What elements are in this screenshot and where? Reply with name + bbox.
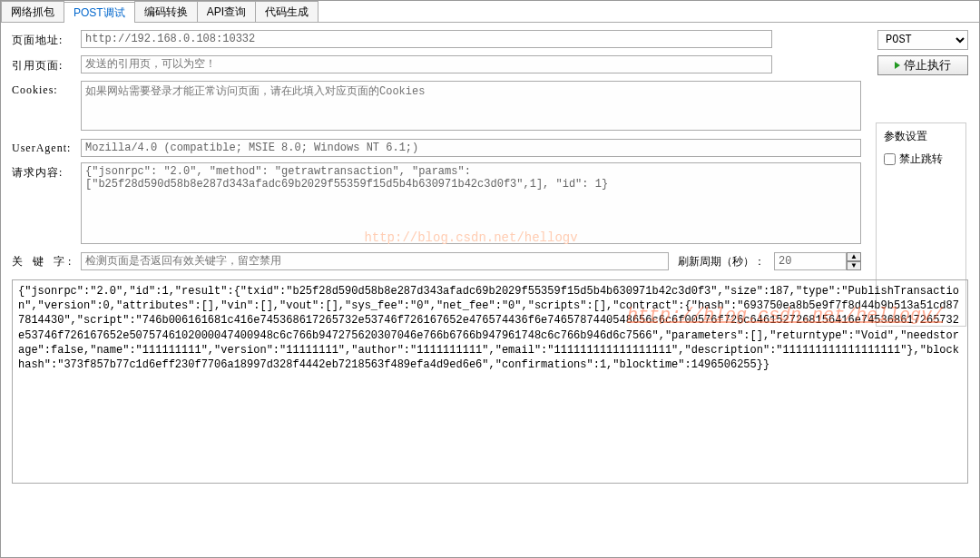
url-label: 页面地址: <box>12 30 75 48</box>
response-output[interactable]: {"jsonrpc":"2.0","id":1,"result":{"txid"… <box>12 279 968 484</box>
useragent-input[interactable] <box>81 139 861 157</box>
referer-label: 引用页面: <box>12 55 75 73</box>
params-title: 参数设置 <box>884 129 958 144</box>
keywords-label: 关 键 字: <box>12 254 75 269</box>
refresh-period-input[interactable] <box>774 252 847 270</box>
http-method-select[interactable]: POST <box>877 30 968 50</box>
spinner-down-button[interactable]: ▼ <box>847 261 861 270</box>
body-label: 请求内容: <box>12 162 75 181</box>
play-icon <box>895 62 900 69</box>
spinner-up-button[interactable]: ▲ <box>847 252 861 261</box>
tab-codegen[interactable]: 代码生成 <box>255 1 318 22</box>
refresh-label: 刷新周期（秒）： <box>674 254 769 269</box>
tab-api-query[interactable]: API查询 <box>197 1 256 22</box>
keywords-input[interactable] <box>81 252 669 270</box>
run-stop-label: 停止执行 <box>904 57 951 73</box>
tab-encoding[interactable]: 编码转换 <box>134 1 198 22</box>
useragent-label: UserAgent: <box>12 139 75 155</box>
cookies-input[interactable] <box>81 81 861 131</box>
tab-bar: 网络抓包 POST调试 编码转换 API查询 代码生成 <box>1 1 979 23</box>
no-redirect-checkbox[interactable] <box>884 153 896 165</box>
tab-network-capture[interactable]: 网络抓包 <box>1 1 64 22</box>
no-redirect-option[interactable]: 禁止跳转 <box>884 152 958 167</box>
referer-input[interactable] <box>81 55 772 73</box>
no-redirect-label: 禁止跳转 <box>899 152 943 167</box>
refresh-spinner: ▲ ▼ <box>774 252 861 270</box>
request-body-input[interactable]: {"jsonrpc": "2.0", "method": "getrawtran… <box>81 162 861 244</box>
run-stop-button[interactable]: 停止执行 <box>877 55 968 75</box>
url-input[interactable] <box>81 30 772 48</box>
tab-post-debug[interactable]: POST调试 <box>64 2 135 23</box>
cookies-label: Cookies: <box>12 81 75 97</box>
